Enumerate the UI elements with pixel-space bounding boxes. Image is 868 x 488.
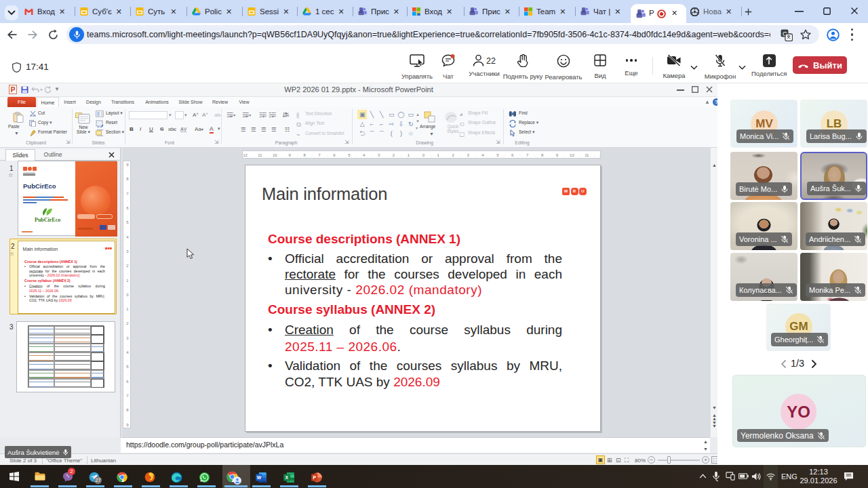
svg-text:X: X <box>285 475 288 480</box>
svg-text:P: P <box>313 475 316 480</box>
svg-text:W: W <box>257 475 262 480</box>
